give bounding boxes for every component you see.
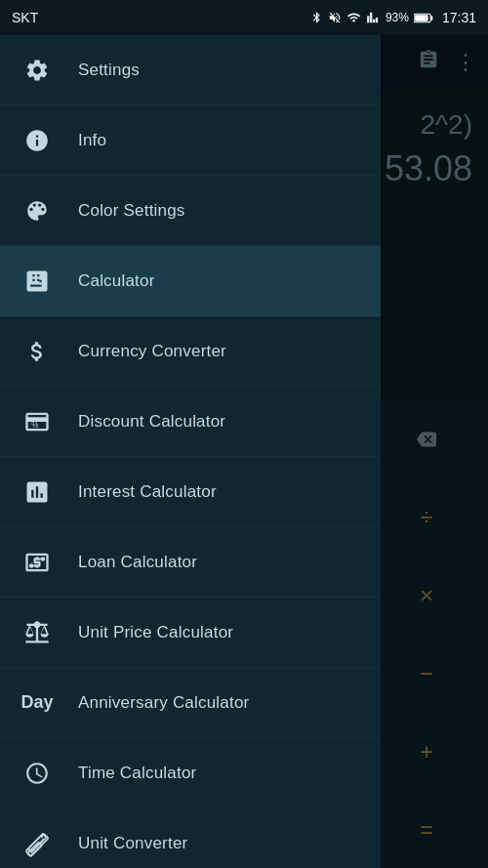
scale-icon [20, 615, 55, 650]
discount-label: Discount Calculator [78, 412, 225, 432]
settings-icon [20, 53, 55, 88]
info-label: Info [78, 131, 106, 150]
bluetooth-icon [310, 10, 323, 25]
anniversary-label: Anniversary Calculator [78, 693, 249, 713]
drawer-item-currency[interactable]: Currency Converter [0, 316, 381, 387]
currency-icon [20, 334, 55, 369]
battery-label: 93% [386, 11, 409, 24]
unit-price-label: Unit Price Calculator [78, 623, 233, 642]
drawer-item-calculator[interactable]: Calculator [0, 246, 381, 316]
ruler-icon [20, 826, 55, 861]
time-label: 17:31 [442, 10, 476, 25]
status-icons: 93% 17:31 [310, 10, 476, 25]
calculator-label: Calculator [78, 271, 155, 291]
status-bar: SKT 93% 17:31 [0, 0, 488, 35]
wifi-icon [346, 11, 361, 24]
svg-point-4 [41, 557, 46, 561]
svg-point-5 [29, 563, 34, 568]
unit-converter-label: Unit Converter [78, 834, 187, 853]
calculator-icon [20, 264, 55, 299]
svg-text:%: % [31, 420, 38, 429]
drawer-item-loan[interactable]: Loan Calculator [0, 527, 381, 598]
drawer-item-info[interactable]: Info [0, 105, 381, 176]
info-icon [20, 123, 55, 158]
clock-icon [20, 756, 55, 791]
svg-rect-2 [415, 15, 428, 21]
currency-label: Currency Converter [78, 342, 226, 361]
interest-label: Interest Calculator [78, 482, 217, 502]
navigation-drawer: Settings Info Color Settings [0, 35, 381, 868]
signal-icon [366, 11, 381, 24]
main-container: ⋮ 2^2) 53.08 ÷ × [0, 35, 488, 868]
drawer-item-discount[interactable]: % Discount Calculator [0, 387, 381, 457]
settings-label: Settings [78, 61, 140, 80]
drawer-item-time[interactable]: Time Calculator [0, 738, 381, 808]
discount-icon: % [20, 404, 55, 439]
color-settings-label: Color Settings [78, 201, 185, 221]
drawer-item-settings[interactable]: Settings [0, 35, 381, 105]
drawer-item-color-settings[interactable]: Color Settings [0, 176, 381, 246]
loan-icon [20, 545, 55, 580]
battery-icon [414, 12, 433, 24]
color-icon [20, 193, 55, 228]
drawer-item-unit-price[interactable]: Unit Price Calculator [0, 598, 381, 668]
svg-rect-1 [430, 16, 432, 20]
carrier-label: SKT [12, 10, 38, 25]
mute-icon [328, 11, 342, 24]
interest-icon [20, 475, 55, 510]
drawer-item-interest[interactable]: Interest Calculator [0, 457, 381, 527]
drawer-item-anniversary[interactable]: Day Anniversary Calculator [0, 668, 381, 738]
day-icon: Day [20, 685, 55, 721]
drawer-item-unit-converter[interactable]: Unit Converter [0, 808, 381, 868]
time-label: Time Calculator [78, 764, 196, 783]
loan-label: Loan Calculator [78, 553, 197, 572]
